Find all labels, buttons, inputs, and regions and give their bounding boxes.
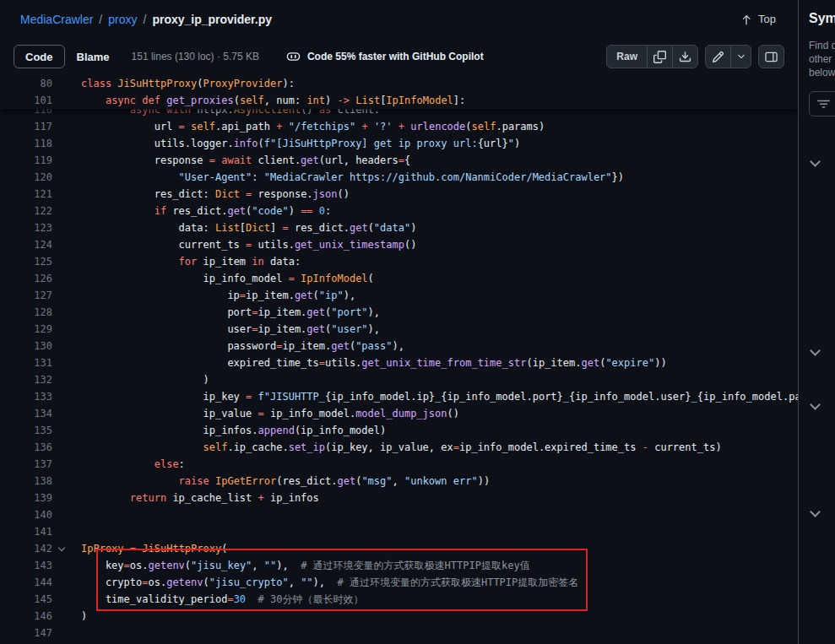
code-line: 137 else: (0, 456, 798, 473)
breadcrumb-file-name: proxy_ip_provider.py (152, 13, 272, 26)
code-text: ip_info_model = IpInfoModel( (52, 270, 374, 287)
sticky-scope-lines: 80class JiSuHttpProxy(ProxyProvider):101… (0, 75, 798, 109)
symbols-panel-description: Find definitions and references for func… (809, 39, 835, 79)
code-text: IpProxy = JiSuHttpProxy( (52, 540, 227, 557)
code-text (52, 506, 81, 523)
breadcrumb-repo-link[interactable]: MediaCrawler (20, 13, 93, 26)
back-to-top-button[interactable]: Top (735, 12, 781, 26)
line-number[interactable]: 121 (0, 186, 52, 203)
line-number[interactable]: 138 (0, 473, 52, 490)
code-line: 139 return ip_cache_list + ip_infos (0, 490, 798, 506)
code-text: time_validity_period=30 # 30分钟（最长时效） (52, 591, 363, 608)
tab-blame[interactable]: Blame (65, 45, 122, 68)
line-number[interactable]: 145 (0, 591, 52, 608)
code-text: password=ip_item.get("pass"), (52, 338, 404, 354)
code-text: response = await client.get(url, headers… (52, 152, 410, 169)
copy-button[interactable] (647, 45, 673, 68)
line-number[interactable]: 127 (0, 287, 52, 304)
download-button[interactable] (672, 45, 698, 68)
line-number[interactable]: 125 (0, 253, 52, 270)
chevron-down-icon[interactable] (810, 345, 821, 356)
code-text: data: List[Dict] = res_dict.get("data") (52, 219, 416, 236)
chevron-down-icon[interactable] (810, 156, 821, 167)
code-line: 126 ip_info_model = IpInfoModel( (0, 270, 798, 287)
symbols-description-line: Find definitions and references for func… (809, 39, 835, 52)
line-number[interactable]: 101 (0, 92, 52, 109)
line-number[interactable]: 126 (0, 270, 52, 287)
code-line: 133 ip_key = f"JISUHTTP_{ip_info_model.i… (0, 388, 798, 405)
edit-dropdown-button[interactable] (730, 45, 751, 68)
line-number[interactable]: 139 (0, 490, 52, 506)
code-line: 117 url = self.api_path + "/fetchips" + … (0, 118, 798, 135)
code-line: 125 for ip_item in data: (0, 253, 798, 270)
line-number[interactable]: 142 (0, 540, 52, 557)
line-number[interactable]: 117 (0, 118, 52, 135)
line-number[interactable]: 136 (0, 439, 52, 456)
code-line: 128 port=ip_item.get("port"), (0, 304, 798, 321)
code-line: 144 crypto=os.getenv("jisu_crypto", ""),… (0, 574, 798, 591)
arrow-up-icon (740, 14, 752, 25)
line-number[interactable]: 131 (0, 354, 52, 371)
line-number[interactable]: 120 (0, 169, 52, 186)
code-line: 138 raise IpGetError(res_dict.get("msg",… (0, 473, 798, 490)
code-text: ip_infos.append(ip_info_model) (52, 422, 386, 439)
code-line: 142IpProxy = JiSuHttpProxy( (0, 540, 798, 557)
code-line: 143 key=os.getenv("jisu_key", ""), # 通过环… (0, 557, 798, 574)
line-number[interactable]: 132 (0, 371, 52, 388)
line-number[interactable]: 144 (0, 574, 52, 591)
code-text: utils.logger.info(f"[JiSuHttpProxy] get … (52, 135, 520, 152)
code-text: crypto=os.getenv("jisu_crypto", ""), # 通… (52, 574, 578, 591)
code-line: 118 utils.logger.info(f"[JiSuHttpProxy] … (0, 135, 798, 152)
edit-button[interactable] (705, 45, 731, 68)
line-number[interactable]: 134 (0, 405, 52, 422)
line-number[interactable]: 123 (0, 219, 52, 236)
symbols-filter-input[interactable] (809, 91, 835, 116)
breadcrumb: MediaCrawler / proxy / proxy_ip_provider… (20, 13, 272, 26)
raw-button-group: Raw (606, 45, 698, 68)
symbols-panel-toggle-button[interactable] (758, 45, 784, 68)
line-number[interactable]: 147 (0, 625, 52, 641)
panel-icon (765, 51, 778, 63)
code-area: 116 async with httpx.AsyncClient() as cl… (0, 75, 798, 644)
breadcrumb-dir-link[interactable]: proxy (108, 13, 137, 26)
line-number[interactable]: 140 (0, 506, 52, 523)
raw-button[interactable]: Raw (606, 45, 648, 68)
line-number[interactable]: 141 (0, 523, 52, 540)
line-number[interactable]: 130 (0, 338, 52, 354)
code-line: 134 ip_value = ip_info_model.model_dump_… (0, 405, 798, 422)
line-number[interactable]: 129 (0, 321, 52, 338)
line-number[interactable]: 135 (0, 422, 52, 439)
code-line: 140 (0, 506, 798, 523)
code-text: expired_time_ts=utils.get_unix_time_from… (52, 354, 667, 371)
code-text: "User-Agent": "MediaCrawler https://gith… (52, 169, 624, 186)
symbols-description-line: below or in the code. (809, 66, 835, 79)
line-number[interactable]: 146 (0, 608, 52, 625)
code-line: 145 time_validity_period=30 # 30分钟（最长时效） (0, 591, 798, 608)
line-number[interactable]: 143 (0, 557, 52, 574)
code-lines: 116 async with httpx.AsyncClient() as cl… (0, 101, 798, 641)
line-number[interactable]: 133 (0, 388, 52, 405)
code-line: 130 password=ip_item.get("pass"), (0, 338, 798, 354)
code-text: user=ip_item.get("user"), (52, 321, 380, 338)
copilot-icon (286, 50, 301, 63)
file-info: 151 lines (130 loc) · 5.75 KB (132, 51, 259, 62)
code-text: else: (52, 456, 185, 473)
toolbar-actions: Raw (606, 45, 784, 68)
code-text (52, 523, 81, 540)
symbols-panel: Symbols Find definitions and references … (798, 0, 835, 644)
code-text: res_dict: Dict = response.json() (52, 186, 350, 203)
line-number[interactable]: 124 (0, 236, 52, 253)
code-line: 122 if res_dict.get("code") == 0: (0, 203, 798, 219)
line-number[interactable]: 137 (0, 456, 52, 473)
code-line: 119 response = await client.get(url, hea… (0, 152, 798, 169)
chevron-down-icon[interactable] (810, 399, 821, 410)
line-number[interactable]: 80 (0, 75, 52, 92)
line-number[interactable]: 118 (0, 135, 52, 152)
chevron-down-icon[interactable] (810, 506, 821, 517)
code-text: async def get_proxies(self, num: int) ->… (52, 92, 465, 109)
tab-code[interactable]: Code (14, 45, 65, 68)
line-number[interactable]: 128 (0, 304, 52, 321)
breadcrumb-separator: / (99, 13, 102, 26)
line-number[interactable]: 122 (0, 203, 52, 219)
line-number[interactable]: 119 (0, 152, 52, 169)
